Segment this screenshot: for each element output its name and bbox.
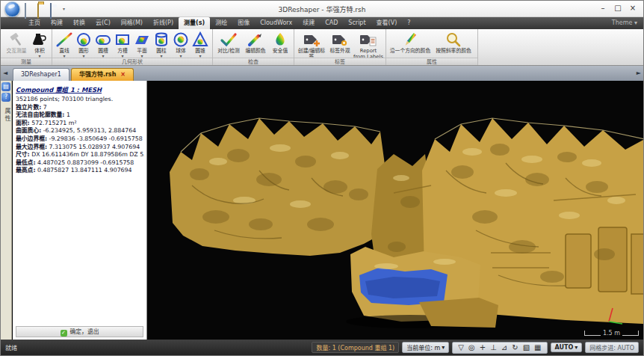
chevron-down-icon: ▾ — [634, 19, 637, 26]
cylinder-button[interactable]: 圆柱 ▾ — [152, 30, 171, 58]
tab-scroll-left-icon[interactable]: ◄ — [3, 70, 7, 76]
status-bar: 就绪 数量: 1 (Compound 重组 1) 当前单位: m▾ ▽ ◎ + … — [1, 340, 643, 355]
cone-button[interactable]: 圆锥 ▾ — [191, 30, 210, 58]
orbit-icon[interactable]: ↻ — [510, 343, 519, 352]
volume-button[interactable]: 体积 ▾ — [30, 30, 49, 58]
circle-shape-icon — [75, 31, 93, 48]
minimize-button[interactable]: – — [595, 2, 610, 14]
group-label-inspect: 检查 — [213, 58, 294, 65]
properties-panel: Compound 重组 1 : MESH 352186 points; 7031… — [13, 81, 147, 341]
property-line: 面积: 572.715271 m² — [16, 120, 144, 128]
sphere-button[interactable]: 球体 ▾ — [171, 30, 191, 58]
axis-z-icon[interactable]: ⊥ — [489, 343, 498, 352]
menu-tab-meshes[interactable]: 网格(M) — [116, 17, 148, 29]
properties-header: Compound 重组 1 : MESH — [16, 85, 144, 93]
property-line: 尺寸: DX 16.611436m DY 18.879586m DZ 5.599… — [16, 151, 144, 159]
close-button[interactable]: × — [625, 2, 640, 14]
cylinder-shape-icon — [152, 31, 170, 48]
help-icon[interactable]: ? — [1, 93, 10, 102]
scale-bar: 1.5 m — [584, 330, 639, 337]
ribbon-group-inspect: 对比/检测 编辑颜色 安全值 检查 — [213, 29, 294, 65]
line-button[interactable]: 直线 ▾ — [55, 30, 74, 58]
rect-slot-button[interactable]: 方槽 ▾ — [113, 30, 132, 58]
menu-tab-script[interactable]: Script — [343, 17, 371, 29]
property-line: 独立片数: 7 — [16, 104, 144, 112]
circle-button[interactable]: 圆形 ▾ — [74, 30, 93, 58]
menu-tab-cloudworx[interactable]: CloudWorx — [255, 17, 297, 29]
close-tab-icon[interactable]: × — [120, 71, 126, 78]
menu-tab-view[interactable]: 查看(V) — [371, 17, 403, 29]
view-tools-cluster: ▽ ◎ + ⊥ ⊿ ↻ ▧ ▦ — [452, 342, 547, 354]
menu-tab-home[interactable]: 主页 — [23, 17, 46, 29]
app-window: ▾ 3DReshaper - 华强方特.rsh – □ × 主页 构建 转换 云… — [0, 0, 644, 356]
group-label-measure: 测量 — [1, 58, 52, 65]
label-appearance-button[interactable]: 标签外观 — [326, 30, 353, 54]
menu-tab-clouds[interactable]: 云(C) — [90, 17, 116, 29]
window-controls: – □ × — [595, 2, 640, 14]
plane-button[interactable]: 平面 ▾ — [132, 30, 152, 58]
cone-shape-icon — [191, 31, 209, 48]
title-bar: ▾ 3DReshaper - 华强方特.rsh – □ × — [1, 1, 643, 17]
ribbon-group-measure: 交互测量 体积 ▾ 测量 — [1, 29, 52, 65]
line-shape-icon — [55, 31, 73, 48]
menu-tab-images[interactable]: 图像 — [232, 17, 255, 29]
rect-slot-shape-icon — [114, 31, 131, 48]
confirm-exit-button[interactable]: ✓确定，退出 — [16, 326, 143, 337]
property-line: 352186 points; 703100 triangles. — [16, 96, 144, 104]
property-line: 曲面质心: -6.234925, 5.959313, 2.884764 — [16, 127, 144, 135]
edit-colors-button[interactable]: 编辑颜色 — [242, 30, 269, 54]
gavel-icon — [7, 31, 25, 48]
axis-rotate-icon[interactable]: ⊿ — [500, 343, 509, 352]
rainbow-brush-icon — [247, 31, 264, 48]
color-along-direction-button[interactable]: 沿一个方向的颜色 — [388, 30, 432, 54]
menu-tab-polylines[interactable]: 折线(P) — [148, 17, 179, 29]
ribbon-tab-bar: 主页 构建 转换 云(C) 网格(M) 折线(P) 测量(s) 测绘 图像 Cl… — [1, 17, 643, 29]
rainbow-check-icon — [220, 31, 238, 48]
properties-dock-tab[interactable]: 属性 — [3, 108, 11, 123]
color-by-slope-button[interactable]: 按照斜率的颜色 — [432, 30, 475, 54]
selection-info: 数量: 1 (Compound 重组 1) — [312, 342, 399, 353]
maximize-button[interactable]: □ — [610, 2, 625, 14]
menu-tab-survey[interactable]: 测绘 — [210, 17, 232, 29]
compare-inspect-button[interactable]: 对比/检测 — [215, 30, 242, 54]
chevron-down-icon: ▾ — [442, 344, 445, 351]
menu-tab-transform[interactable]: 转换 — [68, 17, 90, 29]
menu-tab-cad[interactable]: CAD — [320, 17, 343, 29]
round-slot-button[interactable]: 圆槽 ▾ — [93, 30, 113, 58]
create-edit-labels-button[interactable]: 创建/编辑标签 — [297, 30, 326, 60]
report-from-labels-button[interactable]: Report from Labels — [353, 30, 383, 60]
plane-shape-icon — [133, 31, 151, 48]
magnifier-icon[interactable]: ◎ — [467, 343, 477, 352]
tab-scroll-right-icon[interactable]: ► — [637, 70, 641, 76]
doc-tab-huaqiangfangte[interactable]: 华强方特.rsh× — [71, 68, 134, 81]
safety-value-button[interactable]: 安全值 — [269, 30, 291, 54]
sphere-shape-icon — [172, 31, 190, 48]
interactive-measure-button[interactable]: 交互测量 — [3, 30, 30, 54]
group-label-labels: 标签 — [294, 58, 386, 65]
grid-icon[interactable]: ▦ — [533, 343, 542, 352]
property-line: 最低点: 4.487025 0.8873099 -0.6915758 — [16, 159, 144, 168]
menu-tab-construct[interactable]: 构建 — [46, 17, 68, 29]
rotation-center-icon[interactable]: + — [478, 343, 487, 352]
doc-tab-3dreshaper1[interactable]: 3DReshaper1 — [13, 68, 69, 81]
unit-selector[interactable]: 当前单位: m▾ — [402, 342, 449, 353]
app-logo-icon[interactable] — [4, 1, 20, 17]
property-line: 最小边界框: -9.29836 -3.850649 -0.6915758 — [16, 135, 144, 144]
clipping-plane-icon[interactable]: ▽ — [456, 343, 465, 352]
auto-mode-dropdown[interactable]: AUTO▾ — [551, 343, 583, 352]
ribbon-group-shapes: 直线 ▾ 圆形 ▾ 圆槽 ▾ 方槽 — [52, 29, 213, 65]
panel-icon[interactable]: ▤ — [1, 82, 10, 91]
theme-selector[interactable]: Theme ▾ — [612, 17, 643, 29]
menu-tab-measure[interactable]: 测量(s) — [179, 17, 210, 29]
selection-box-icon[interactable]: ▧ — [521, 343, 531, 352]
ribbon-group-labels: 创建/编辑标签 标签外观 Report from Labels 标签 — [294, 29, 386, 65]
green-check-icon: ✓ — [61, 330, 67, 337]
grid-step-indicator[interactable]: 网格步进: AUTO — [585, 342, 639, 353]
menu-tab-extra[interactable]: 续建 — [297, 17, 320, 29]
left-dock-strip: ▤ ? 属性 — [1, 81, 12, 341]
menu-tab-help[interactable]: ? — [402, 17, 415, 29]
group-label-feature: 属性 — [386, 58, 477, 65]
viewport-3d[interactable]: 1.5 m — [147, 81, 644, 341]
round-slot-shape-icon — [94, 31, 112, 48]
chevron-down-icon: ▾ — [575, 344, 578, 351]
